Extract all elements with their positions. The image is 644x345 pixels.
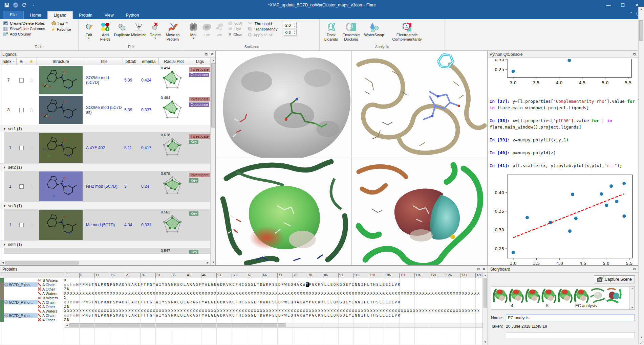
electrostatic-complementarity-button[interactable]: Σ Electrostatic Complementarity (387, 21, 427, 42)
protein-name[interactable] (4, 309, 38, 313)
resize-grip[interactable] (640, 341, 643, 344)
scroll-up-icon[interactable]: ▲ (631, 287, 634, 290)
viewport-quadrant-ec-surface[interactable] (351, 158, 487, 265)
scroll-up-icon[interactable]: ▲ (483, 273, 488, 278)
protein-name[interactable]: 5C7D_P (no... (4, 282, 38, 287)
scroll-thumb[interactable] (639, 20, 643, 41)
column-header-ementa[interactable]: ementa (139, 58, 159, 65)
residue-sequence[interactable]: ZN (64, 287, 488, 291)
ligand-row[interactable]: 1☆NON+Me mod (5C7D)4.340.3310.562Key (0, 209, 210, 240)
minimize-button-ribbon[interactable]: Minimize (130, 21, 147, 38)
scroll-left-icon[interactable]: ◀ (64, 324, 69, 327)
sequence-row-type[interactable]: A Chain (38, 283, 64, 287)
protein-sequence-row[interactable]: A OtherZN (0, 318, 488, 322)
protein-name[interactable] (4, 296, 38, 300)
show-hide-columns-button[interactable]: Show/Hide Columns (2, 26, 46, 31)
favorite-star-toggle[interactable]: ☆ (29, 144, 34, 152)
dock-ligands-button[interactable]: Dock Ligands (322, 21, 341, 42)
residue-sequence[interactable]: XXXXXXXXXXXXXXXXXXXXXXXXXXXXXXXXXXXXXXXX… (64, 309, 488, 313)
sequence-row-type[interactable]: A Waters (38, 309, 64, 313)
float-panel-icon[interactable]: ⧉ (205, 52, 208, 56)
console-input-area[interactable]: 3.03.54.04.55.05.50.250.30 In [37]: y=[l… (488, 58, 638, 265)
spinner-arrows-icon[interactable]: ▲▼ (294, 29, 296, 35)
scroll-down-icon[interactable]: ▼ (639, 336, 644, 339)
edit-button[interactable]: Edit ▼ (81, 21, 97, 41)
scroll-down-icon[interactable]: ▼ (211, 260, 215, 265)
eye-icon[interactable] (4, 300, 8, 304)
ligands-horizontal-scrollbar[interactable]: ◀ ▶ (0, 260, 210, 265)
move-to-protein-button[interactable]: Move to Protein (164, 21, 182, 42)
column-header-Title[interactable]: Title (85, 58, 123, 65)
threshold-spinner[interactable]: 2.0 ▲▼ (284, 22, 297, 28)
protein-name[interactable] (4, 318, 38, 322)
column-header-Structure[interactable]: Structure (37, 58, 85, 65)
capture-scene-button[interactable]: Capture Scene (594, 275, 635, 283)
storyboard-scene-thumbnail[interactable] (590, 287, 605, 303)
storyboard-scene-thumbnail[interactable] (574, 287, 589, 303)
transparency-spinner[interactable]: 0.3 ▲▼ (284, 29, 297, 36)
3d-viewport[interactable] (216, 51, 487, 265)
waterswap-button[interactable]: WaterSwap (362, 21, 387, 38)
storyboard-scene-thumbnail[interactable] (606, 287, 622, 303)
float-panel-icon[interactable]: ⧉ (633, 52, 636, 56)
residue-sequence[interactable]: ZN (64, 304, 488, 309)
add-column-button[interactable]: Add Column (2, 31, 46, 37)
residue-sequence[interactable]: X (64, 296, 488, 300)
ligand-group-header[interactable]: ▼set1 (1) (0, 125, 210, 132)
residue-sequence[interactable]: ZN (64, 318, 488, 322)
sequence-row-type[interactable]: A Chain (38, 314, 64, 318)
column-header-pIC50[interactable]: pIC50 (123, 58, 139, 65)
protein-sequence-row[interactable]: A OtherZN (0, 304, 488, 309)
storyboard-scene-thumbnail[interactable] (492, 287, 508, 303)
ligand-group-header[interactable]: ▼set3 (1) (0, 202, 210, 209)
thumbnail-strip-scrollbar[interactable]: ▲ ▼ (629, 286, 635, 309)
save-icon[interactable] (3, 2, 10, 8)
storyboard-scene-thumbnail[interactable] (557, 287, 573, 303)
residue-sequence[interactable]: gshmNFPNSTNLPRNPSMADYEARIFTFGTWIYSVNKEQL… (64, 313, 488, 318)
redo-icon[interactable] (21, 2, 28, 8)
eye-icon[interactable] (4, 314, 8, 317)
scene-description-input[interactable] (506, 332, 635, 338)
favorite-star-toggle[interactable]: ☆ (29, 183, 34, 190)
storyboard-vertical-scrollbar[interactable]: ▲ ▼ (638, 7, 644, 345)
scroll-right-icon[interactable]: ▶ (205, 261, 210, 264)
storyboard-scene-thumbnail[interactable] (541, 287, 557, 303)
protein-sequence-row[interactable]: A WatersXXXXXXXXXXXXXXXXXXXXXXXXXXXXXXXX… (0, 309, 488, 313)
sequence-row-type[interactable]: A Other (38, 287, 64, 291)
float-panel-icon[interactable]: ⧉ (477, 267, 480, 271)
eye-icon[interactable] (4, 283, 8, 286)
tab-view[interactable]: View (99, 12, 120, 19)
tab-python[interactable]: Python (120, 12, 145, 19)
tab-protein[interactable]: Protein (73, 12, 99, 19)
protein-sequence-view[interactable]: 1611162126313641465156616671768186919610… (0, 273, 488, 345)
ligand-row[interactable]: 8☆NON+SOOSO2Me mod (5C7D alt)5.390.3370.… (0, 95, 210, 125)
residue-sequence[interactable]: XXXXXXXXXXXXXXXXXXXXXXXXXXXXXXXXXXXXXXXX… (64, 291, 488, 296)
scroll-thumb[interactable] (5, 261, 79, 264)
protein-name[interactable]: 5C7D_P (no... (4, 300, 38, 304)
column-header-Radial Plot[interactable]: Radial Plot (159, 58, 189, 65)
negative-surface-button[interactable]: -ve (213, 21, 226, 38)
protein-name[interactable] (4, 304, 38, 309)
tag-button[interactable]: Tag▼ (50, 21, 72, 26)
scroll-down-icon[interactable]: ▼ (483, 340, 488, 345)
storyboard-scene-thumbnail[interactable] (509, 287, 524, 303)
sequence-row-type[interactable]: A Other (38, 305, 64, 309)
add-fields-button[interactable]: Add Fields (97, 21, 114, 42)
scene-name-input[interactable]: EC analysis (506, 315, 635, 321)
vdw-surface-button[interactable]: vdW (227, 21, 244, 26)
scroll-thumb[interactable] (211, 63, 215, 128)
collapse-ribbon-icon[interactable]: ⌃ (629, 12, 633, 16)
ligand-group-header[interactable]: ▼set2 (1) (0, 163, 210, 171)
positive-surface-button[interactable]: +ve (200, 21, 213, 38)
undo-icon[interactable] (12, 2, 19, 8)
residue-sequence[interactable]: X (64, 278, 488, 282)
sequence-row-type[interactable]: B Waters (38, 278, 64, 282)
ligands-vertical-scrollbar[interactable]: ▲ ▼ (210, 58, 215, 265)
sequence-row-type[interactable]: A Chain (38, 300, 64, 304)
favorite-star-toggle[interactable]: ☆ (29, 77, 34, 84)
protein-sequence-row[interactable]: B WatersX (0, 278, 488, 282)
protein-sequence-row[interactable]: A WatersXXXXXXXXXXXXXXXXXXXXXXXXXXXXXXXX… (0, 291, 488, 296)
clear-surfaces-button[interactable]: ✕ Clear (227, 31, 244, 38)
sequence-row-type[interactable]: B Waters (38, 296, 64, 300)
ligand-group-header[interactable]: ▼set4 (1) (0, 240, 210, 248)
